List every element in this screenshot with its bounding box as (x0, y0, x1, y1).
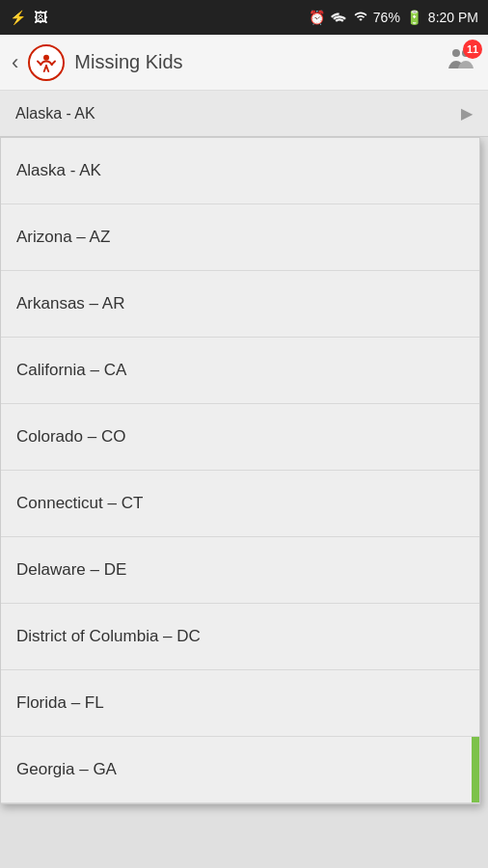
battery-icon: 🔋 (406, 10, 422, 25)
list-item[interactable]: District of Columbia – DC (1, 604, 479, 670)
wifi-icon (331, 10, 348, 26)
battery-level: 76% (373, 10, 400, 25)
status-bar-left: ⚡ 🖼 (10, 10, 47, 25)
svg-line-4 (46, 66, 48, 71)
alarm-icon: ⏰ (309, 10, 325, 25)
list-item[interactable]: Arkansas – AR (1, 271, 479, 338)
notification-button[interactable]: 11 (446, 43, 476, 81)
dropdown-arrow-icon: ▶ (461, 104, 473, 122)
svg-point-5 (452, 49, 460, 57)
svg-line-1 (38, 61, 41, 64)
green-accent (472, 737, 479, 802)
state-selector[interactable]: Alaska - AK ▶ (0, 91, 488, 137)
list-item[interactable]: Connecticut – CT (1, 471, 479, 537)
usb-icon: ⚡ (10, 10, 26, 25)
app-logo (28, 44, 65, 81)
list-item[interactable]: Colorado – CO (1, 404, 479, 471)
app-title: Missing Kids (74, 51, 446, 73)
signal-icon (354, 10, 367, 26)
svg-point-0 (43, 54, 49, 60)
list-item[interactable]: Arizona – AZ (1, 204, 479, 271)
notification-badge: 11 (463, 40, 482, 59)
svg-line-2 (52, 61, 55, 64)
app-bar: ‹ Missing Kids 11 (0, 35, 488, 91)
state-dropdown-list: Alaska - AK Arizona – AZ Arkansas – AR C… (0, 137, 480, 804)
list-item[interactable]: Florida – FL (1, 670, 479, 737)
status-bar-right: ⏰ 76% 🔋 8:20 PM (309, 10, 478, 26)
list-item[interactable]: California – CA (1, 338, 479, 404)
list-item[interactable]: Delaware – DE (1, 537, 479, 604)
time-display: 8:20 PM (428, 10, 478, 25)
list-item[interactable]: Alaska - AK (1, 138, 479, 204)
status-bar: ⚡ 🖼 ⏰ 76% 🔋 8:20 PM (0, 0, 488, 35)
image-icon: 🖼 (34, 10, 47, 25)
back-button[interactable]: ‹ (12, 50, 18, 75)
selected-state-text: Alaska - AK (15, 105, 461, 122)
list-item[interactable]: Georgia – GA (1, 737, 479, 803)
